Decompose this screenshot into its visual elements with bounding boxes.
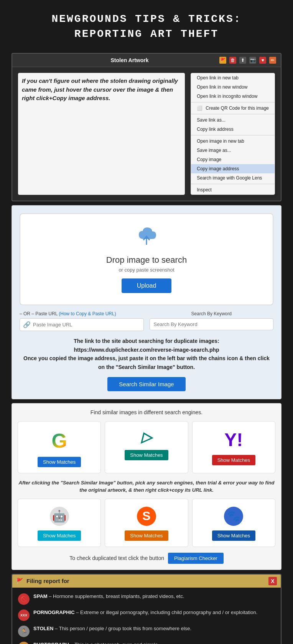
cm-save-image[interactable]: Save image as... (191, 146, 275, 155)
report-title-icon: 🚩 (16, 578, 23, 585)
engine-card-robot: 🤖 Show Matches (18, 499, 101, 547)
yahoo-show-matches-button[interactable]: Show Matches (212, 455, 255, 465)
plagiarism-text: To check duplicated text click the butto… (69, 555, 164, 561)
section1-body: If you can't figure out where the stolen… (12, 67, 281, 201)
paw-show-matches-button[interactable]: Show Matches (212, 530, 255, 541)
cm-copy-image-address[interactable]: Copy image address (191, 164, 275, 173)
plagiarism-row: To check duplicated text click the butto… (18, 553, 275, 564)
cm-qr-code[interactable]: ⬜Create QR Code for this image (191, 104, 275, 113)
browser-titlebar: Stolen Artwork 🚩 🗑 ⬆ 📷 ♥ ✏ (12, 54, 281, 67)
cm-sep2 (191, 114, 275, 114)
engines-row-1: G Show Matches ▷ Show Matches Y! Show Ma… (18, 421, 275, 473)
scribd-logo: S (137, 507, 156, 526)
context-menu: Open link in new tab Open link in new wi… (191, 73, 275, 195)
trash-icon[interactable]: 🗑 (229, 57, 236, 64)
paw-logo: 🐾 (224, 507, 243, 526)
section3-note: After clicking the "Search Similar Image… (18, 479, 275, 494)
engine-card-scribd: S Show Matches (105, 499, 188, 547)
stolen-icon: 🏃 (18, 626, 30, 637)
section4-filing-report: 🚩 Filing report for X 🚫 SPAM – Hormone s… (12, 574, 281, 644)
robot-icon: 🤖 (50, 507, 69, 526)
section3-title: Find similar images in different search … (18, 409, 275, 415)
chain-icon: 🔗 (23, 321, 31, 328)
engine-card-yahoo: Y! Show Matches (192, 421, 275, 473)
camera-icon[interactable]: 📷 (249, 57, 256, 64)
keyword-section: Search By Keyword (150, 311, 274, 331)
titlebar-title: Stolen Artwork (40, 57, 219, 63)
report-item-porn: XXX PORNOGRAPHIC – Extreme or illegal po… (18, 609, 275, 621)
cm-copy-image[interactable]: Copy image (191, 155, 275, 164)
report-titlebar: 🚩 Filing report for X (12, 575, 281, 588)
close-button[interactable]: X (268, 577, 277, 585)
section1-description: If you can't figure out where the stolen… (18, 73, 185, 195)
yahoo-logo: Y! (224, 429, 243, 450)
bing-show-matches-button[interactable]: Show Matches (125, 450, 168, 460)
url-section: – OR – Paste URL (How to Copy & Paste UR… (20, 311, 144, 331)
xxx-icon: XXX (18, 609, 30, 621)
url-label: – OR – Paste URL (How to Copy & Paste UR… (20, 311, 144, 316)
porn-text: PORNOGRAPHIC – Extreme or illegal pornog… (33, 609, 257, 615)
upload-button[interactable]: Upload (122, 278, 172, 293)
section1-stolen-artwork: Stolen Artwork 🚩 🗑 ⬆ 📷 ♥ ✏ If you can't … (12, 53, 281, 201)
spam-text: SPAM – Hormone supplements, breast impla… (33, 593, 184, 599)
titlebar-icons: 🚩 🗑 ⬆ 📷 ♥ ✏ (219, 57, 276, 64)
cm-save-link[interactable]: Save link as... (191, 115, 275, 125)
report-content: 🚫 SPAM – Hormone supplements, breast imp… (12, 588, 281, 644)
cm-open-image-tab[interactable]: Open image in new tab (191, 137, 275, 146)
report-item-stolen: 🏃 STOLEN – This person / people / group … (18, 626, 275, 637)
report-title: 🚩 Filing report for (16, 578, 69, 585)
share-icon[interactable]: ⬆ (239, 57, 246, 64)
bing-logo: ▷ (141, 429, 152, 445)
engine-card-bing: ▷ Show Matches (105, 421, 188, 473)
cm-inspect[interactable]: Inspect (191, 185, 275, 194)
photograph-text: PHOTOGRAPH – This is a photograph, pure … (33, 642, 159, 644)
edit-icon[interactable]: ✏ (269, 57, 276, 64)
cm-open-incognito[interactable]: Open link in incognito window (191, 92, 275, 101)
upload-subtitle: or copy paste screenshot (28, 267, 265, 273)
cm-open-new-tab[interactable]: Open link in new tab (191, 73, 275, 82)
cm-sep3 (191, 135, 275, 135)
search-similar-button[interactable]: Search Similar Image (107, 377, 185, 391)
photo-icon: 🖼 (18, 642, 30, 644)
flag-icon[interactable]: 🚩 (219, 57, 226, 64)
google-show-matches-button[interactable]: Show Matches (38, 457, 81, 467)
url-input-wrap: 🔗 (20, 318, 144, 331)
url-help-link[interactable]: (How to Copy & Paste URL) (59, 311, 116, 316)
url-input[interactable] (33, 322, 140, 328)
engine-card-google: G Show Matches (18, 421, 101, 473)
plagiarism-checker-button[interactable]: Plagiarism Checker (168, 553, 224, 564)
google-logo: G (51, 429, 67, 452)
keyword-label: Search By Keyword (150, 311, 274, 316)
robot-show-matches-button[interactable]: Show Matches (38, 530, 81, 541)
cm-sep1 (191, 102, 275, 102)
keyword-input[interactable] (150, 318, 274, 330)
page-title: NEWGROUNDS TIPS & TRICKS: REPORTING ART … (0, 0, 293, 49)
upload-title: Drop image to search (28, 255, 265, 265)
section2-desc: The link to the site about searching for… (20, 337, 273, 371)
section3-search-engines: Find similar images in different search … (12, 403, 281, 570)
cloud-upload-icon (28, 226, 265, 251)
section2-duplichecker: Drop image to search or copy paste scree… (12, 205, 281, 399)
engine-card-paw: 🐾 Show Matches (192, 499, 275, 547)
heart-icon[interactable]: ♥ (259, 57, 266, 64)
cm-open-new-window[interactable]: Open link in new window (191, 82, 275, 92)
stolen-text: STOLEN – This person / people / group to… (33, 626, 191, 631)
cm-copy-link[interactable]: Copy link address (191, 125, 275, 134)
upload-area: Drop image to search or copy paste scree… (20, 213, 273, 305)
url-keyword-row: – OR – Paste URL (How to Copy & Paste UR… (20, 311, 273, 331)
report-item-spam: 🚫 SPAM – Hormone supplements, breast imp… (18, 593, 275, 605)
cm-sep4 (191, 184, 275, 184)
scribd-show-matches-button[interactable]: Show Matches (125, 530, 168, 541)
report-item-photograph: 🖼 PHOTOGRAPH – This is a photograph, pur… (18, 642, 275, 644)
cm-google-lens[interactable]: Search image with Google Lens (191, 173, 275, 183)
spam-icon: 🚫 (18, 593, 30, 605)
engines-row-2: 🤖 Show Matches S Show Matches 🐾 Show Mat… (18, 499, 275, 547)
